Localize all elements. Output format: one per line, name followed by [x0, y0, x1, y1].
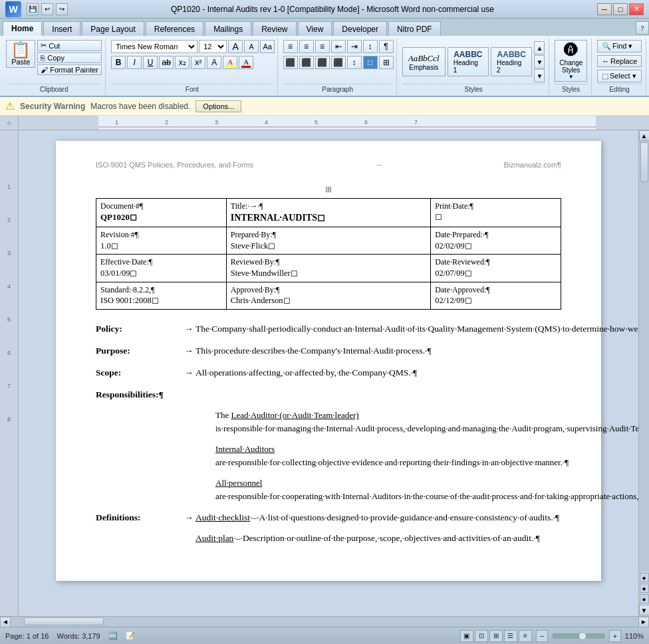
font-size-select[interactable]: 12 — [199, 40, 227, 53]
grow-font-button[interactable]: A — [228, 40, 243, 53]
increase-indent-button[interactable]: ⇥ — [347, 40, 362, 53]
table-row: Document·#¶ QP1020◻ Title:·→·¶ INTERNAL·… — [96, 198, 561, 227]
scroll-right-button[interactable]: ► — [638, 617, 649, 627]
print-layout-button[interactable]: ▣ — [460, 630, 473, 642]
options-button[interactable]: Options... — [195, 100, 241, 112]
change-styles-button[interactable]: 🅐 ChangeStyles ▼ — [555, 40, 587, 82]
select-button[interactable]: ⬚ Select ▾ — [597, 70, 642, 82]
outline-button[interactable]: ≡ — [315, 40, 330, 53]
show-marks-button[interactable]: ¶ — [379, 40, 394, 53]
subscript-button[interactable]: x₂ — [175, 56, 190, 69]
copy-button[interactable]: ⎘ Copy — [37, 53, 102, 63]
bullets-button[interactable]: ≡ — [283, 40, 298, 53]
save-button[interactable]: 💾 — [27, 3, 39, 15]
browse-next-button[interactable]: ● — [640, 594, 649, 603]
header-left: ISO-9001·QMS·Policies, Procedures, and·F… — [96, 160, 253, 170]
browse-object-button[interactable]: ● — [640, 584, 649, 593]
align-right-button[interactable]: ⬛ — [315, 56, 330, 69]
h-scroll-track[interactable] — [11, 617, 638, 627]
font-color-button[interactable]: A — [239, 56, 253, 69]
decrease-indent-button[interactable]: ⇤ — [331, 40, 346, 53]
ruler-corner[interactable]: ⊹ — [0, 116, 19, 130]
table-cell-title: Title:·→·¶ INTERNAL·AUDITS◻ — [226, 198, 431, 227]
standard-value: ISO 9001:2008◻ — [100, 295, 222, 307]
zoom-in-button[interactable]: + — [609, 630, 621, 642]
numbering-button[interactable]: ≡ — [299, 40, 314, 53]
emphasis-style-button[interactable]: AaBbCcl Emphasis — [402, 47, 446, 76]
font-name-select[interactable]: Times New Roman — [111, 40, 197, 53]
bold-button[interactable]: B — [111, 56, 126, 69]
styles-more-button[interactable]: ▼ — [534, 69, 545, 82]
table-indicator: ⊞ — [96, 184, 561, 195]
tab-insert[interactable]: Insert — [43, 21, 80, 36]
shading-button[interactable]: □ — [363, 56, 378, 69]
scroll-left-button[interactable]: ◄ — [0, 617, 11, 627]
shrink-font-button[interactable]: A — [244, 40, 259, 53]
tab-developer[interactable]: Developer — [333, 21, 387, 36]
tab-view[interactable]: View — [298, 21, 332, 36]
minimize-button[interactable]: ─ — [597, 3, 612, 15]
zoom-out-button[interactable]: − — [536, 630, 548, 642]
purpose-content: This·procedure·describes·the·Company's·I… — [195, 345, 561, 358]
highlight-color-button[interactable]: A — [223, 56, 237, 69]
scroll-down-button[interactable]: ▼ — [639, 605, 650, 615]
redo-button[interactable]: ↪ — [56, 3, 68, 15]
definitions-section: Definitions: → Audit·checklist·–·A·list·… — [96, 512, 561, 545]
draft-view-button[interactable]: ≡ — [519, 630, 532, 642]
change-styles-group: 🅐 ChangeStyles ▼ Styles — [551, 39, 592, 94]
underline-button[interactable]: U — [143, 56, 158, 69]
italic-button[interactable]: I — [127, 56, 142, 69]
svg-text:3: 3 — [215, 119, 218, 126]
maximize-button[interactable]: □ — [613, 3, 628, 15]
border-button[interactable]: ⊞ — [379, 56, 394, 69]
center-button[interactable]: ⬛ — [299, 56, 314, 69]
replace-button[interactable]: ↔ Replace — [597, 55, 642, 67]
format-painter-button[interactable]: 🖌 Format Painter — [37, 64, 102, 75]
heading1-style-button[interactable]: AABBC Heading 1 — [448, 47, 489, 76]
ribbon-options-button[interactable]: ? — [636, 21, 649, 35]
align-left-button[interactable]: ⬛ — [283, 56, 298, 69]
strikethrough-button[interactable]: ab — [159, 56, 174, 69]
styles-scroll-up[interactable]: ▲ — [534, 41, 545, 54]
paste-button[interactable]: 📋 Paste — [6, 40, 35, 68]
styles-scroll-down[interactable]: ▼ — [534, 55, 545, 68]
tab-references[interactable]: References — [146, 21, 203, 36]
tab-page-layout[interactable]: Page Layout — [82, 21, 144, 36]
text-effects-button[interactable]: A — [207, 56, 221, 69]
editing-label: Editing — [597, 84, 642, 93]
outline-view-button[interactable]: ☰ — [504, 630, 517, 642]
para-row2: ⬛ ⬛ ⬛ ⬛ ↕ □ ⊞ — [283, 56, 394, 69]
zoom-slider[interactable] — [552, 633, 605, 639]
definitions-arrow: → — [182, 512, 195, 545]
tab-review[interactable]: Review — [253, 21, 296, 36]
line-spacing-button[interactable]: ↕ — [347, 56, 362, 69]
clear-format-button[interactable]: Aa — [260, 40, 275, 53]
zoom-thumb[interactable] — [579, 632, 586, 640]
h-scroll-thumb[interactable] — [24, 617, 104, 625]
security-icon: ⚠ — [5, 100, 15, 112]
sort-button[interactable]: ↕ — [363, 40, 378, 53]
tab-mailings[interactable]: Mailings — [205, 21, 251, 36]
full-screen-button[interactable]: ⊡ — [475, 630, 488, 642]
scroll-track[interactable] — [639, 141, 649, 572]
revision-label: Revision·#¶ — [100, 229, 222, 241]
web-layout-button[interactable]: ⊞ — [489, 630, 503, 642]
cut-button[interactable]: ✂ Cut — [37, 40, 102, 51]
heading2-style-button[interactable]: AABBC Heading 2 — [491, 47, 532, 76]
find-button[interactable]: 🔍 Find ▾ — [597, 40, 642, 53]
superscript-button[interactable]: x² — [191, 56, 205, 69]
ruler-mark-7: 7 — [7, 383, 11, 389]
undo-button[interactable]: ↩ — [41, 3, 53, 15]
justify-button[interactable]: ⬛ — [331, 56, 346, 69]
scroll-thumb[interactable] — [640, 142, 648, 182]
tab-home[interactable]: Home — [3, 21, 42, 36]
change-styles-label: ChangeStyles — [559, 59, 583, 74]
scroll-up-button[interactable]: ▲ — [639, 130, 650, 141]
browse-prev-button[interactable]: ● — [640, 573, 649, 582]
print-date-label: Print·Date:¶ — [435, 201, 557, 212]
internal-auditors-text: Internal·Auditors — [215, 444, 275, 454]
close-button[interactable]: ✕ — [629, 3, 644, 15]
approved-label: Approved·By:¶ — [231, 284, 427, 296]
tab-nitro[interactable]: Nitro PDF — [388, 21, 441, 36]
clipboard-small-buttons: ✂ Cut ⎘ Copy 🖌 Format Painter — [37, 40, 102, 75]
